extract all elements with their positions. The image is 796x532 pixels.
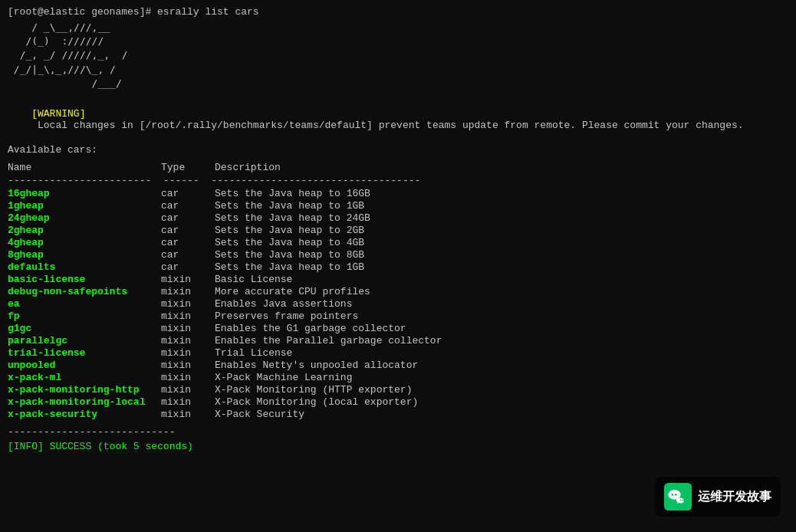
terminal-window: [root@elastic geonames]# esrally list ca…: [0, 0, 796, 532]
table-row: 4gheapcarSets the Java heap to 4GB: [8, 237, 788, 248]
car-name: fp: [8, 310, 161, 322]
table-row: fpmixinPreserves frame pointers: [8, 310, 788, 322]
table-row: trial-licensemixinTrial License: [8, 347, 788, 359]
car-type: mixin: [161, 384, 215, 396]
car-description: Sets the Java heap to 16GB: [215, 188, 370, 199]
table-row: 2gheapcarSets the Java heap to 2GB: [8, 225, 788, 236]
table-row: g1gcmixinEnables the G1 garbage collecto…: [8, 323, 788, 334]
table-row: debug-non-safepointsmixinMore accurate C…: [8, 286, 788, 297]
bottom-divider: ----------------------------: [8, 426, 788, 438]
car-description: X-Pack Monitoring (HTTP exporter): [215, 384, 412, 396]
svg-point-4: [680, 500, 682, 501]
svg-point-2: [671, 494, 673, 496]
warning-keyword: [WARNING]: [31, 108, 85, 120]
car-description: X-Pack Machine Learning: [215, 372, 352, 383]
car-type: car: [161, 225, 215, 236]
car-name: x-pack-ml: [8, 372, 161, 383]
prompt-line: [root@elastic geonames]# esrally list ca…: [8, 6, 788, 18]
available-cars-label: Available cars:: [8, 144, 788, 156]
car-description: Sets the Java heap to 24GB: [215, 212, 370, 224]
car-description: Sets the Java heap to 8GB: [215, 249, 364, 261]
car-type: car: [161, 188, 215, 199]
car-name: 4gheap: [8, 237, 161, 248]
table-header: Name Type Description: [8, 162, 788, 173]
car-name: parallelgc: [8, 335, 161, 346]
car-name: 2gheap: [8, 225, 161, 236]
car-description: Trial License: [215, 347, 292, 359]
success-line: [INFO] SUCCESS (took 5 seconds): [8, 441, 788, 452]
car-type: car: [161, 249, 215, 261]
col-header-type: Type: [161, 162, 215, 173]
warning-text: Local changes in [/root/.rally/benchmark…: [31, 120, 743, 131]
car-type: mixin: [161, 323, 215, 334]
table-row: 1gheapcarSets the Java heap to 1GB: [8, 200, 788, 212]
warning-line: [WARNING] Local changes in [/root/.rally…: [8, 97, 788, 143]
watermark: 运维开发故事: [655, 477, 781, 517]
car-description: Enables Java assertions: [215, 298, 352, 310]
car-type: mixin: [161, 274, 215, 285]
car-type: mixin: [161, 298, 215, 310]
car-description: Enables the Parallel garbage collector: [215, 335, 442, 346]
car-name: x-pack-monitoring-local: [8, 396, 161, 408]
car-name: unpooled: [8, 360, 161, 371]
car-name: 8gheap: [8, 249, 161, 261]
car-description: X-Pack Security: [215, 409, 304, 420]
car-description: Enables Netty's unpooled allocator: [215, 360, 418, 371]
car-type: mixin: [161, 335, 215, 346]
svg-point-3: [675, 494, 677, 496]
car-type: mixin: [161, 360, 215, 371]
svg-point-5: [683, 500, 684, 501]
car-type: mixin: [161, 372, 215, 383]
car-type: car: [161, 200, 215, 212]
col-header-name: Name: [8, 162, 161, 173]
car-description: Enables the G1 garbage collector: [215, 323, 406, 334]
table-row: eamixinEnables Java assertions: [8, 298, 788, 310]
car-type: car: [161, 237, 215, 248]
table-row: x-pack-monitoring-localmixinX-Pack Monit…: [8, 396, 788, 408]
car-name: 16gheap: [8, 188, 161, 199]
car-name: 1gheap: [8, 200, 161, 212]
col-header-desc: Description: [215, 162, 281, 173]
table-row: x-pack-mlmixinX-Pack Machine Learning: [8, 372, 788, 383]
watermark-text: 运维开发故事: [698, 489, 771, 505]
car-type: mixin: [161, 286, 215, 297]
car-description: More accurate CPU profiles: [215, 286, 370, 297]
car-description: X-Pack Monitoring (local exporter): [215, 396, 418, 408]
car-description: Sets the Java heap to 1GB: [215, 200, 364, 212]
car-name: g1gc: [8, 323, 161, 334]
ascii-art-rally: / _\__,///,__ /(_) :////// /_, _/ /////,…: [8, 21, 788, 90]
table-row: basic-licensemixinBasic License: [8, 274, 788, 285]
car-description: Preserves frame pointers: [215, 310, 358, 322]
table-divider: ------------------------ ------ --------…: [8, 175, 788, 186]
cars-table: 16gheapcarSets the Java heap to 16GB1ghe…: [8, 188, 788, 420]
car-name: x-pack-security: [8, 409, 161, 420]
car-description: Sets the Java heap to 4GB: [215, 237, 364, 248]
table-row: defaultscarSets the Java heap to 1GB: [8, 261, 788, 273]
svg-point-1: [668, 490, 680, 500]
car-type: mixin: [161, 396, 215, 408]
car-name: basic-license: [8, 274, 161, 285]
car-name: trial-license: [8, 347, 161, 359]
table-row: parallelgcmixinEnables the Parallel garb…: [8, 335, 788, 346]
car-type: car: [161, 212, 215, 224]
wechat-icon: [664, 483, 692, 511]
car-type: mixin: [161, 310, 215, 322]
car-type: car: [161, 261, 215, 273]
car-name: ea: [8, 298, 161, 310]
car-type: mixin: [161, 409, 215, 420]
car-name: x-pack-monitoring-http: [8, 384, 161, 396]
table-row: x-pack-securitymixinX-Pack Security: [8, 409, 788, 420]
car-description: Sets the Java heap to 1GB: [215, 261, 364, 273]
table-row: 24gheapcarSets the Java heap to 24GB: [8, 212, 788, 224]
car-name: defaults: [8, 261, 161, 273]
car-type: mixin: [161, 347, 215, 359]
table-row: unpooledmixinEnables Netty's unpooled al…: [8, 360, 788, 371]
car-name: debug-non-safepoints: [8, 286, 161, 297]
table-row: x-pack-monitoring-httpmixinX-Pack Monito…: [8, 384, 788, 396]
car-description: Basic License: [215, 274, 292, 285]
car-name: 24gheap: [8, 212, 161, 224]
table-row: 16gheapcarSets the Java heap to 16GB: [8, 188, 788, 199]
table-row: 8gheapcarSets the Java heap to 8GB: [8, 249, 788, 261]
car-description: Sets the Java heap to 2GB: [215, 225, 364, 236]
